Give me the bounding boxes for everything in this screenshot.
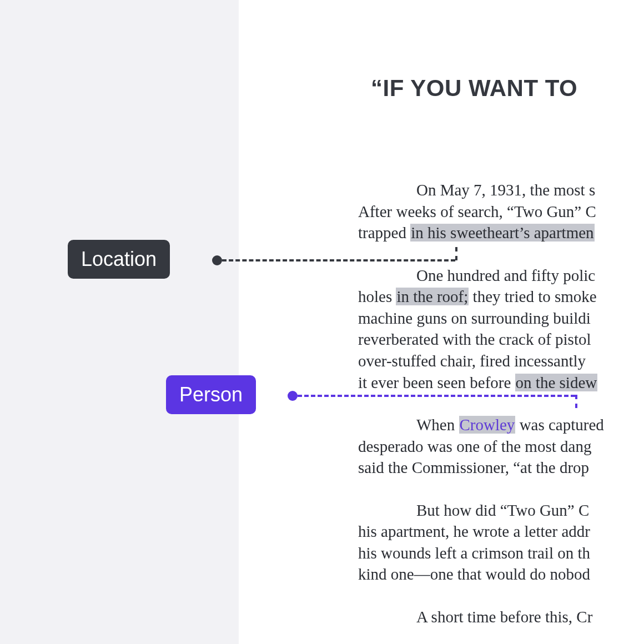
- page-title: “IF YOU WANT TO: [239, 75, 644, 102]
- paragraph-5: A short time before this, Cr: [239, 606, 644, 628]
- connector-dot-person: [288, 391, 298, 401]
- tag-person[interactable]: Person: [166, 375, 256, 414]
- text-run: kind one—one that would do nobod: [358, 564, 590, 585]
- highlight-location[interactable]: in the roof;: [396, 288, 469, 305]
- text-run: On May 7, 1931, the most s: [416, 181, 595, 199]
- text-run: his apartment, he wrote a letter addr: [358, 521, 590, 542]
- text-run: desperado was one of the most dang: [358, 436, 591, 457]
- highlight-location[interactable]: in his sweetheart’s apartmen: [410, 224, 594, 242]
- text-run: One hundred and fifty polic: [416, 266, 595, 284]
- text-run: they tried to smoke: [469, 288, 596, 305]
- text-run: A short time before this, Cr: [416, 608, 592, 626]
- paragraph-1: On May 7, 1931, the most s After weeks o…: [239, 179, 644, 244]
- connector-line-person: [298, 395, 575, 397]
- connector-line-person-vertical: [575, 395, 577, 408]
- text-run: was captured: [515, 416, 603, 434]
- connector-dot-location: [212, 255, 222, 265]
- text-run: reverberated with the crack of pistol: [358, 329, 591, 350]
- connector-line-location: [222, 259, 455, 261]
- text-run: trapped: [358, 224, 410, 242]
- text-run: After weeks of search, “Two Gun” C: [358, 201, 596, 223]
- document-panel: “IF YOU WANT TO On May 7, 1931, the most…: [239, 0, 644, 644]
- text-run: machine guns on surrounding buildi: [358, 308, 591, 329]
- tag-location[interactable]: Location: [68, 240, 170, 279]
- highlight-person[interactable]: Crowley: [459, 416, 516, 434]
- text-run: over-stuffed chair, fired incessantly: [358, 350, 586, 372]
- paragraph-2: One hundred and fifty polic holes in the…: [239, 265, 644, 393]
- text-run: said the Commissioner, “at the drop: [358, 457, 589, 479]
- highlight-location[interactable]: on the sidew: [515, 374, 598, 391]
- document-body: On May 7, 1931, the most s After weeks o…: [239, 179, 644, 628]
- text-run: But how did “Two Gun” C: [416, 501, 589, 519]
- paragraph-3: When Crowley was captured desperado was …: [239, 414, 644, 479]
- text-run: When: [416, 416, 459, 434]
- text-run: holes: [358, 288, 396, 305]
- text-run: his wounds left a crimson trail on th: [358, 542, 590, 564]
- text-run: it ever been seen before: [358, 374, 515, 391]
- paragraph-4: But how did “Two Gun” C his apartment, h…: [239, 500, 644, 585]
- connector-line-location-vertical: [455, 247, 457, 260]
